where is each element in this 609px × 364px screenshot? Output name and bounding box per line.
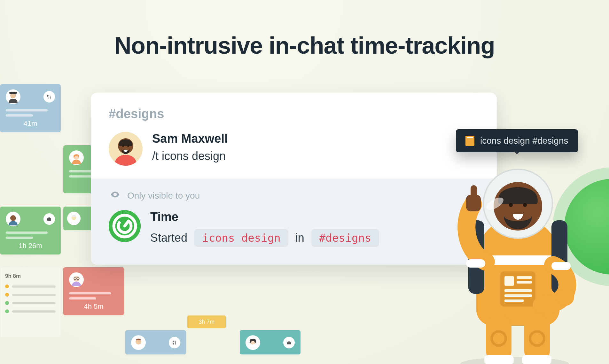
author-name[interactable]: Sam Maxwell [152,132,228,146]
svg-rect-25 [517,276,532,279]
briefcase-icon [283,337,295,348]
tile-card [240,330,301,354]
tooltip-label: icons design #designs [480,136,568,146]
tile-card [63,207,95,230]
avatar [109,132,143,166]
svg-point-15 [127,145,129,147]
briefcase-icon [43,213,55,225]
svg-rect-26 [517,281,532,284]
svg-rect-36 [484,355,514,364]
status-joiner: in [295,231,304,245]
svg-point-16 [114,193,116,195]
svg-point-46 [509,203,513,207]
tile-time: 41m [6,119,55,128]
svg-point-20 [460,357,569,364]
channel-pill[interactable]: #designs [311,229,379,247]
tile-time: 4h 5m [69,302,118,311]
chat-card: #designs Sam Maxwell /t icons design [91,93,497,265]
message-text: /t icons design [152,149,228,163]
svg-point-47 [523,203,527,207]
status-prefix: Started [150,231,187,245]
channel-name[interactable]: #designs [91,93,497,129]
task-tooltip: icons design #designs [456,129,578,152]
svg-point-3 [10,215,16,221]
svg-rect-28 [504,294,532,297]
svg-rect-4 [47,218,51,221]
svg-point-14 [122,145,124,147]
visibility-label: Only visible to you [127,191,200,201]
task-pill[interactable]: icons design [194,229,288,247]
tile-chip: 3h 7m [187,315,226,328]
avatar [131,335,146,350]
eye-icon [110,189,120,202]
svg-rect-32 [486,316,511,361]
utensils-icon [43,91,55,102]
svg-rect-37 [522,355,551,364]
chat-message: Sam Maxwell /t icons design [91,129,497,178]
avatar [6,212,20,226]
svg-point-1 [9,92,17,94]
avatar [69,150,84,165]
svg-rect-42 [471,185,477,198]
avatar [246,335,260,350]
summary-time: 9h 8m [5,273,56,279]
astronaut-illustration [438,166,585,364]
tile-time: 1h 26m [6,242,55,250]
tile-card: 4h 5m [63,267,124,315]
app-logo-icon [109,210,141,242]
tile-card: 41m [0,84,61,132]
svg-rect-33 [524,316,550,361]
svg-rect-24 [504,276,514,286]
svg-rect-27 [504,289,532,292]
book-icon [465,136,474,146]
tile-card: 1h 26m [0,207,61,254]
svg-point-39 [556,288,574,306]
summary-card: 9h 8m [0,267,61,337]
ephemeral-block: Only visible to you Time Started icons d… [91,178,497,265]
status-line: Started icons design in #designs [150,229,379,247]
tile-card [125,330,186,354]
app-name[interactable]: Time [150,210,379,224]
svg-rect-38 [551,262,571,270]
avatar [67,212,81,225]
avatar [69,272,84,287]
svg-rect-40 [466,259,485,268]
utensils-icon [169,337,180,348]
avatar [6,89,20,104]
svg-rect-11 [287,342,291,344]
svg-rect-29 [504,300,524,302]
